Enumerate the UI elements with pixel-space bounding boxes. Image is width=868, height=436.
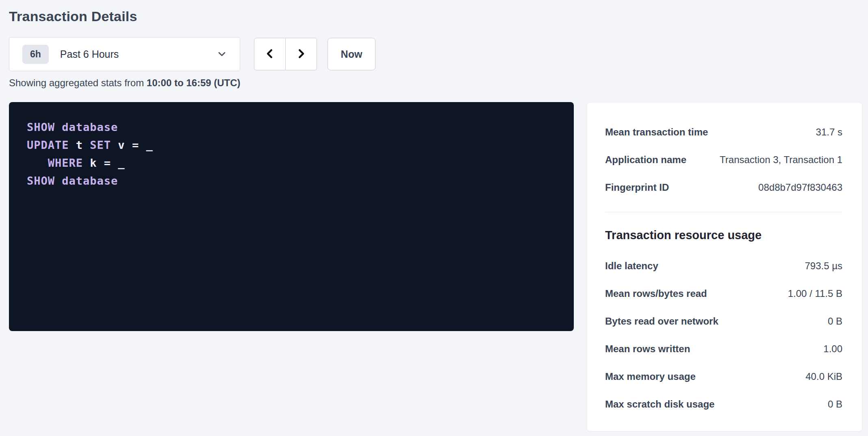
sql-line: SHOW database <box>27 172 556 190</box>
summary-row-label: Mean rows/bytes read <box>605 288 707 299</box>
summary-row-label: Fingerprint ID <box>605 182 669 193</box>
summary-row-label: Mean rows written <box>605 343 690 355</box>
summary-row-value: 793.5 µs <box>805 260 842 272</box>
sql-keyword: WHERE <box>48 157 83 169</box>
summary-row-value: 1.00 <box>823 343 842 355</box>
next-time-window-button[interactable] <box>285 38 317 70</box>
main-content: SHOW databaseUPDATE t SET v = _ WHERE k … <box>9 102 862 432</box>
now-button[interactable]: Now <box>328 38 375 70</box>
summary-row: Mean rows written1.00 <box>605 335 842 363</box>
summary-row-label: Idle latency <box>605 260 658 272</box>
sql-keyword: database <box>62 121 118 133</box>
time-range-badge: 6h <box>22 45 49 64</box>
time-window-pager <box>254 37 317 71</box>
transaction-summary-card: Mean transaction time31.7 sApplication n… <box>587 102 862 432</box>
summary-row-label: Application name <box>605 154 686 166</box>
resource-rows: Idle latency793.5 µsMean rows/bytes read… <box>605 252 842 418</box>
sql-keyword: SHOW <box>27 174 55 187</box>
summary-row: Max memory usage40.0 KiB <box>605 363 842 390</box>
summary-row-value: Transaction 3, Transaction 1 <box>720 154 842 166</box>
sql-statement-box: SHOW databaseUPDATE t SET v = _ WHERE k … <box>9 102 574 331</box>
summary-row-value: 40.0 KiB <box>805 371 842 382</box>
summary-row-label: Max memory usage <box>605 371 696 382</box>
summary-row-value: 08d8b7d97f830463 <box>758 182 842 193</box>
sql-line: UPDATE t SET v = _ <box>27 136 556 154</box>
chevron-down-icon <box>216 48 228 60</box>
summary-row: Max scratch disk usage0 B <box>605 390 842 418</box>
chevron-left-icon <box>264 48 276 61</box>
sql-text: k = _ <box>83 157 125 169</box>
resource-usage-heading: Transaction resource usage <box>605 227 842 243</box>
sql-keyword: database <box>62 174 118 187</box>
stats-caption-range: 10:00 to 16:59 (UTC) <box>147 77 241 88</box>
summary-row: Fingerprint ID08d8b7d97f830463 <box>605 174 842 201</box>
sql-line: WHERE k = _ <box>27 154 556 172</box>
sql-keyword: SHOW <box>27 121 55 133</box>
time-range-dropdown[interactable]: 6h Past 6 Hours <box>9 37 240 71</box>
sql-line: SHOW database <box>27 118 556 136</box>
summary-row-value: 31.7 s <box>816 126 842 138</box>
chevron-right-icon <box>295 48 307 61</box>
summary-row: Application nameTransaction 3, Transacti… <box>605 146 842 174</box>
summary-row-label: Mean transaction time <box>605 126 708 138</box>
time-picker-controls: 6h Past 6 Hours Now <box>9 37 862 71</box>
sql-text <box>55 121 62 133</box>
summary-row: Mean rows/bytes read1.00 / 11.5 B <box>605 280 842 307</box>
sql-text <box>27 157 48 169</box>
summary-row-value: 0 B <box>828 316 842 327</box>
summary-row-label: Max scratch disk usage <box>605 399 714 410</box>
summary-row: Mean transaction time31.7 s <box>605 118 842 146</box>
summary-row: Idle latency793.5 µs <box>605 252 842 280</box>
sql-text: v = _ <box>111 139 153 151</box>
sql-code: SHOW databaseUPDATE t SET v = _ WHERE k … <box>27 118 556 190</box>
page-title: Transaction Details <box>9 6 862 25</box>
summary-row: Bytes read over network0 B <box>605 307 842 335</box>
transaction-details-page: Transaction Details 6h Past 6 Hours Now <box>0 0 868 436</box>
sql-keyword: SET <box>90 139 111 151</box>
summary-row-label: Bytes read over network <box>605 316 718 327</box>
sql-text: t <box>69 139 90 151</box>
time-range-label: Past 6 Hours <box>60 48 119 60</box>
previous-time-window-button[interactable] <box>254 38 286 70</box>
card-divider <box>605 212 842 212</box>
stats-caption-prefix: Showing aggregated stats from <box>9 77 147 88</box>
overview-rows: Mean transaction time31.7 sApplication n… <box>605 118 842 201</box>
summary-row-value: 1.00 / 11.5 B <box>788 288 842 299</box>
sql-text <box>55 174 62 187</box>
aggregated-stats-caption: Showing aggregated stats from 10:00 to 1… <box>9 76 862 89</box>
summary-row-value: 0 B <box>828 399 842 410</box>
sql-keyword: UPDATE <box>27 139 69 151</box>
